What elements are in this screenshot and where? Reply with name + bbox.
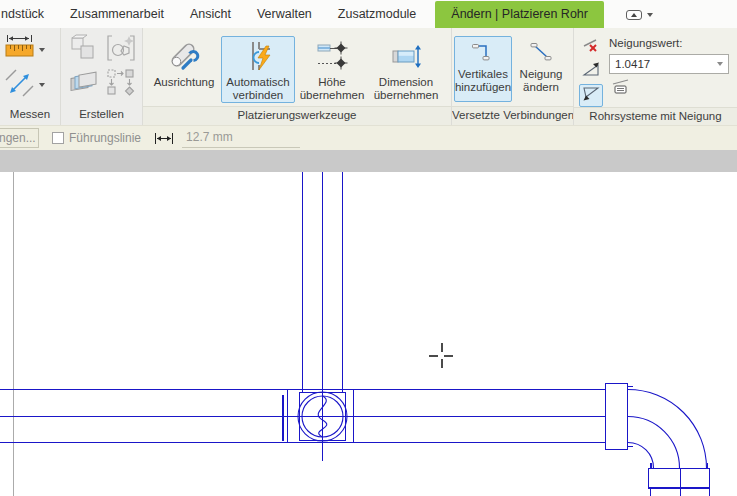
panel-label-rohrsysteme: Rohrsysteme mit Neigung <box>574 107 737 125</box>
button-label: Ausrichtung <box>154 76 215 89</box>
slope-up-button[interactable] <box>579 60 603 83</box>
create-assembly-icon <box>68 67 98 101</box>
options-bar: ngen... Führungslinie 12.7 mm <box>0 125 737 150</box>
panel-label-platzierungswerkzeuge: Platzierungswerkzeuge <box>143 106 451 125</box>
panel-rohrsysteme: Neigungswert: 1.0417 <box>573 28 737 125</box>
panel-label-messen: Messen <box>0 106 60 125</box>
ribbon-tab-bar: ndstück Zusammenarbeit Ansicht Verwalten… <box>0 0 737 28</box>
alignment-button[interactable]: Ausrichtung <box>147 36 221 102</box>
panel-messen: Messen <box>0 28 60 125</box>
measure-button[interactable] <box>4 33 45 66</box>
slope-tooltip-icon <box>611 78 631 100</box>
truncated-options-button[interactable]: ngen... <box>0 128 39 148</box>
guide-line-label: Führungslinie <box>69 131 141 145</box>
vertical-pipe[interactable] <box>303 172 343 461</box>
panel-erstellen: Erstellen <box>60 28 142 125</box>
chevron-down-icon[interactable] <box>717 62 723 66</box>
button-label: Dimension übernehmen <box>371 76 441 101</box>
create-group-button[interactable] <box>102 67 140 101</box>
tab-verwalten[interactable]: Verwalten <box>244 0 325 28</box>
inherit-elevation-icon <box>315 39 349 73</box>
button-label: Höhe übernehmen <box>297 76 367 101</box>
tab-modify-place-pipe-active[interactable]: Ändern | Platzieren Rohr <box>435 1 604 28</box>
button-label: Automatisch verbinden <box>223 76 293 101</box>
chevron-down-icon[interactable] <box>39 83 45 87</box>
slope-value: 1.0417 <box>615 58 650 70</box>
measure-between-icon <box>4 68 36 102</box>
add-vertical-button[interactable]: Vertikales hinzufügen <box>454 36 512 102</box>
panel-label-versetzte-verbindungen: Versetzte Verbindungen <box>452 106 573 125</box>
create-similar-icon <box>68 33 98 67</box>
auto-connect-button[interactable]: Automatisch verbinden <box>221 36 295 103</box>
measure-between-button[interactable] <box>4 68 45 101</box>
slope-value-label: Neigungswert: <box>609 36 729 53</box>
ribbon-minimize-icon[interactable] <box>626 10 642 20</box>
bottom-coupling[interactable] <box>649 469 710 496</box>
chevron-down-icon[interactable] <box>647 13 653 17</box>
inherit-size-button[interactable]: Dimension übernehmen <box>369 36 443 103</box>
ribbon: Messen <box>0 28 737 125</box>
slope-off-icon <box>582 37 601 58</box>
dimension-width-icon <box>153 132 175 145</box>
change-slope-button[interactable]: Neigung ändern <box>512 36 570 102</box>
tab-ansicht[interactable]: Ansicht <box>177 0 244 28</box>
slope-value-combobox[interactable]: 1.0417 <box>609 54 729 74</box>
panel-label-erstellen: Erstellen <box>61 106 142 125</box>
panel-platzierungswerkzeuge: Ausrichtung Automatisch ve <box>142 28 451 125</box>
create-group-icon <box>106 67 136 101</box>
tab-truncated[interactable]: ndstück <box>0 0 57 28</box>
chevron-down-icon[interactable] <box>39 48 45 52</box>
guide-line-checkbox[interactable] <box>52 132 64 144</box>
button-label: Neigung ändern <box>514 68 568 93</box>
create-component-icon <box>106 33 136 67</box>
pipe-width-field[interactable]: 12.7 mm <box>182 128 300 148</box>
create-similar-button[interactable] <box>64 33 102 67</box>
elbow-fitting[interactable] <box>628 390 708 469</box>
slope-up-icon <box>582 61 601 82</box>
viewport-top-band <box>0 150 737 172</box>
crosshair-cursor <box>429 343 453 368</box>
drawing-area[interactable] <box>0 172 737 496</box>
tab-zusatzmodule[interactable]: Zusatzmodule <box>325 0 430 28</box>
create-component-button[interactable] <box>102 33 140 67</box>
change-slope-icon <box>528 39 554 65</box>
tab-zusammenarbeit[interactable]: Zusammenarbeit <box>57 0 177 28</box>
button-label: Vertikales hinzufügen <box>455 68 511 93</box>
inherit-elevation-button[interactable]: Höhe übernehmen <box>295 36 369 103</box>
slope-off-button[interactable] <box>579 36 603 59</box>
pipe-wrench-icon <box>167 39 201 73</box>
panel-versetzte-verbindungen: Vertikales hinzufügen Neigung ändern Ver… <box>451 28 573 125</box>
slope-down-button[interactable] <box>579 84 603 107</box>
measure-ruler-icon <box>4 34 36 66</box>
slope-down-icon <box>582 85 601 106</box>
auto-connect-lightning-icon <box>241 39 275 73</box>
ribbon-minimize-control[interactable] <box>626 10 653 20</box>
create-assembly-button[interactable] <box>64 67 102 101</box>
slope-tooltip-button[interactable] <box>609 77 633 100</box>
add-vertical-icon <box>470 39 496 65</box>
inherit-size-icon <box>389 39 423 73</box>
